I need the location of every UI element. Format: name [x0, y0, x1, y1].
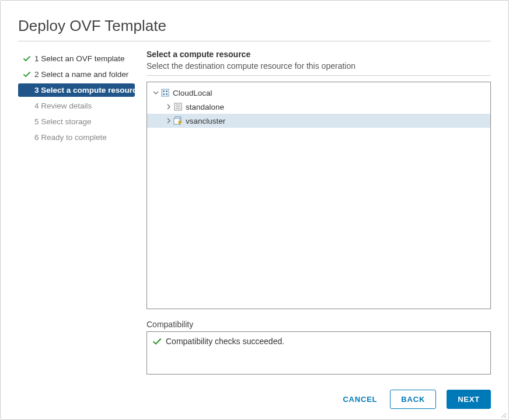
svg-line-15 [505, 417, 506, 418]
step-3[interactable]: 3 Select a compute resource [18, 83, 135, 97]
next-button[interactable]: NEXT [447, 390, 491, 409]
datacenter-icon [160, 88, 170, 98]
tree-node-label: vsancluster [186, 117, 225, 125]
step-label: 1 Select an OVF template [34, 54, 125, 63]
step-spacer [23, 86, 31, 94]
section-desc: Select the destination compute resource … [147, 61, 491, 71]
compute-resource-tree[interactable]: CloudLocal standalone [147, 82, 491, 309]
compatibility-box: Compatibility checks succeeded. [147, 331, 491, 374]
deploy-ovf-dialog: Deploy OVF Template 1 Select an OVF temp… [0, 0, 509, 420]
step-label: 3 Select a compute resource [34, 86, 141, 94]
compatibility-message: Compatibility checks succeeded. [166, 337, 284, 346]
section-divider [147, 75, 491, 76]
step-label: 6 Ready to complete [34, 133, 107, 142]
cluster-warning-icon [173, 116, 183, 126]
step-spacer [23, 102, 31, 110]
section-title: Select a compute resource [147, 50, 491, 59]
step-spacer [23, 134, 31, 142]
tree-node-label: CloudLocal [173, 89, 212, 97]
dialog-body: 1 Select an OVF template 2 Select a name… [18, 50, 491, 374]
step-label: 5 Select storage [34, 117, 92, 126]
resize-grip-icon[interactable] [500, 411, 507, 418]
check-icon [23, 55, 31, 63]
cancel-button[interactable]: CANCEL [340, 390, 379, 408]
svg-rect-4 [166, 93, 168, 95]
check-icon [153, 337, 161, 348]
svg-line-13 [501, 413, 506, 418]
host-icon [173, 102, 183, 112]
svg-rect-0 [162, 89, 169, 96]
step-5: 5 Select storage [18, 115, 135, 128]
chevron-right-icon[interactable] [165, 103, 173, 111]
svg-rect-3 [163, 93, 165, 95]
step-label: 4 Review details [34, 102, 92, 110]
tree-node-label: standalone [186, 103, 224, 111]
svg-point-12 [179, 124, 180, 124]
tree-node-datacenter[interactable]: CloudLocal [147, 86, 490, 100]
step-6: 6 Ready to complete [18, 131, 135, 144]
step-4: 4 Review details [18, 99, 135, 113]
step-1[interactable]: 1 Select an OVF template [18, 52, 135, 65]
tree-node-host[interactable]: standalone [147, 100, 490, 114]
wizard-main: Select a compute resource Select the des… [147, 50, 491, 374]
check-icon [23, 71, 31, 79]
dialog-footer: CANCEL BACK NEXT [340, 390, 491, 409]
tree-node-cluster[interactable]: vsancluster [147, 114, 490, 128]
compatibility-label: Compatibility [147, 320, 491, 329]
chevron-down-icon[interactable] [152, 89, 160, 97]
step-2[interactable]: 2 Select a name and folder [18, 68, 135, 81]
wizard-steps: 1 Select an OVF template 2 Select a name… [18, 50, 135, 374]
back-button[interactable]: BACK [390, 390, 436, 409]
svg-rect-1 [163, 90, 165, 92]
svg-rect-2 [166, 90, 168, 92]
dialog-title: Deploy OVF Template [18, 17, 491, 35]
title-divider [18, 41, 491, 41]
step-label: 2 Select a name and folder [34, 70, 128, 79]
step-spacer [23, 118, 31, 126]
chevron-right-icon[interactable] [165, 117, 173, 125]
